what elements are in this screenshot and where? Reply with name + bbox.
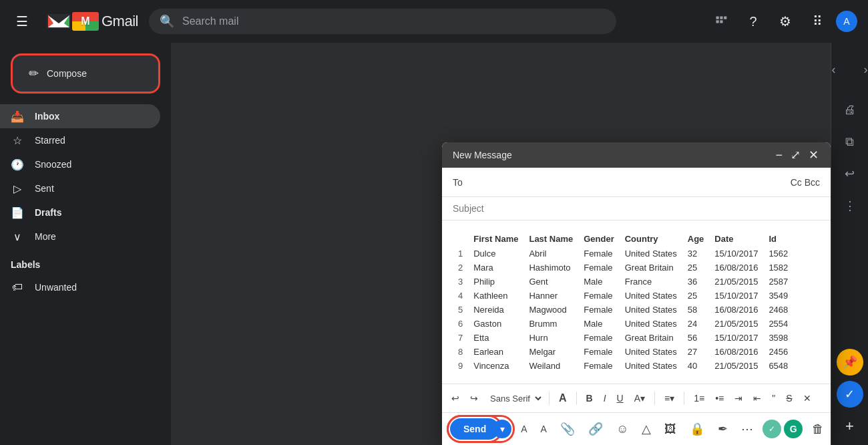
minimize-button[interactable]: − bbox=[774, 148, 784, 162]
font-family-select[interactable]: Sans Serif bbox=[485, 392, 544, 406]
redo-button[interactable]: ↪ bbox=[466, 390, 482, 406]
sidebar-item-inbox[interactable]: 📥 Inbox bbox=[0, 104, 160, 128]
outdent-button[interactable]: ⇤ bbox=[749, 390, 765, 406]
underline-button[interactable]: U bbox=[613, 390, 628, 406]
cell-id: 2587 bbox=[763, 275, 793, 289]
cell-country: United States bbox=[620, 345, 682, 359]
strikethrough-button[interactable]: S bbox=[782, 390, 796, 406]
cell-age: 25 bbox=[682, 261, 710, 275]
cell-last: Magwood bbox=[523, 303, 578, 317]
modal-header: New Message − ⤢ ✕ bbox=[442, 142, 831, 168]
svg-rect-5 bbox=[720, 20, 722, 23]
undo-button[interactable]: ↩ bbox=[447, 390, 463, 406]
reply-icon[interactable]: ↩ bbox=[837, 160, 863, 187]
expand-button[interactable]: ⤢ bbox=[789, 148, 802, 162]
delete-draft-button[interactable]: 🗑 bbox=[808, 420, 828, 439]
to-field: To Cc Bcc bbox=[442, 168, 831, 197]
lock-button[interactable]: 🔒 bbox=[686, 419, 708, 439]
bold-button[interactable]: B bbox=[582, 390, 597, 406]
top-bar: ☰ M Gmail 🔍 bbox=[0, 0, 868, 43]
cell-country: United States bbox=[620, 289, 682, 303]
search-bar[interactable]: 🔍 bbox=[149, 9, 616, 34]
external-icon[interactable]: ⧉ bbox=[837, 128, 863, 155]
forward-icon[interactable]: › bbox=[853, 56, 869, 83]
cell-num: 6 bbox=[453, 317, 468, 331]
to-input[interactable] bbox=[479, 177, 791, 188]
photo-button[interactable]: 🖼 bbox=[660, 420, 680, 439]
email-body[interactable]: First Name Last Name Gender Country Age … bbox=[442, 220, 831, 384]
settings-icon[interactable]: ⚙ bbox=[772, 8, 799, 35]
drive-button[interactable]: △ bbox=[638, 419, 655, 439]
emoji-button[interactable]: ☺ bbox=[612, 420, 632, 439]
remove-format-button[interactable]: ✕ bbox=[799, 390, 815, 406]
add-icon[interactable]: + bbox=[837, 413, 863, 440]
grammarly-g-icon[interactable]: G bbox=[784, 420, 803, 438]
sidebar-item-sent[interactable]: ▷ Sent bbox=[0, 176, 160, 200]
table-row: 5 Nereida Magwood Female United States 5… bbox=[453, 303, 793, 317]
compose-button[interactable]: ✏ Compose bbox=[11, 53, 160, 94]
cell-last: Brumm bbox=[523, 317, 578, 331]
send-button[interactable]: Send bbox=[450, 418, 499, 440]
ordered-list-button[interactable]: 1≡ bbox=[690, 390, 708, 406]
quote-button[interactable]: " bbox=[768, 390, 779, 406]
grid-apps-icon[interactable]: ⠿ bbox=[804, 8, 831, 35]
sidebar-item-more[interactable]: ∨ More bbox=[0, 225, 160, 249]
more-vert-icon[interactable]: ⋮ bbox=[837, 192, 863, 219]
modal-actions: − ⤢ ✕ bbox=[774, 148, 820, 162]
compose-modal-overlay: New Message − ⤢ ✕ To Cc Bcc First N bbox=[442, 142, 831, 445]
grammarly-icons: ✓ G bbox=[763, 420, 803, 438]
snoozed-icon: 🕐 bbox=[11, 158, 24, 171]
cell-id: 3598 bbox=[763, 331, 793, 345]
italic-button[interactable]: I bbox=[600, 390, 610, 406]
cell-num: 1 bbox=[453, 247, 468, 261]
sidebar-item-drafts[interactable]: 📄 Drafts bbox=[0, 200, 160, 225]
sidebar-item-snoozed[interactable]: 🕐 Snoozed bbox=[0, 152, 160, 176]
cell-gender: Female bbox=[578, 331, 620, 345]
cell-age: 56 bbox=[682, 331, 710, 345]
print-icon[interactable]: 🖨 bbox=[837, 96, 863, 123]
gmail-text: Gmail bbox=[101, 13, 138, 30]
sidebar-label-drafts: Drafts bbox=[35, 207, 150, 218]
sidebar: ✏ Compose 📥 Inbox ☆ Starred 🕐 Snoozed ▷ … bbox=[0, 43, 171, 445]
close-button[interactable]: ✕ bbox=[807, 148, 820, 162]
sidebar-item-starred[interactable]: ☆ Starred bbox=[0, 128, 160, 152]
cell-age: 36 bbox=[682, 275, 710, 289]
align-button[interactable]: ≡▾ bbox=[660, 390, 678, 406]
cell-date: 16/08/2016 bbox=[709, 345, 763, 359]
link-button[interactable]: 🔗 bbox=[584, 419, 607, 439]
text-color-button[interactable]: A▾ bbox=[630, 390, 649, 406]
grammarly-check-icon[interactable]: ✓ bbox=[763, 420, 781, 438]
question-icon[interactable]: ? bbox=[740, 8, 767, 35]
unordered-list-button[interactable]: •≡ bbox=[711, 390, 728, 406]
font-size-button[interactable]: A bbox=[555, 390, 571, 407]
signature-button[interactable]: ✒ bbox=[714, 419, 732, 439]
search-input[interactable] bbox=[182, 15, 606, 27]
cell-gender: Female bbox=[578, 359, 620, 373]
cell-last: Abril bbox=[523, 247, 578, 261]
cell-num: 3 bbox=[453, 275, 468, 289]
format-text-button[interactable]: A bbox=[517, 421, 531, 437]
sidebar-label-more: More bbox=[35, 231, 150, 242]
apps-icon[interactable] bbox=[708, 8, 734, 35]
keep-icon[interactable]: 📌 bbox=[837, 349, 863, 376]
col-header-gender: Gender bbox=[578, 231, 620, 247]
sidebar-item-unwanted[interactable]: 🏷 Unwanted bbox=[0, 275, 160, 299]
send-dropdown-button[interactable]: ▾ bbox=[493, 420, 511, 438]
cell-id: 2468 bbox=[763, 303, 793, 317]
attach-button[interactable]: 📎 bbox=[556, 419, 579, 439]
hamburger-menu-icon[interactable]: ☰ bbox=[11, 8, 33, 35]
indent-button[interactable]: ⇥ bbox=[730, 390, 746, 406]
table-row: 4 Kathleen Hanner Female United States 2… bbox=[453, 289, 793, 303]
cell-last: Weiland bbox=[523, 359, 578, 373]
subject-input[interactable] bbox=[453, 203, 820, 214]
sidebar-label-unwanted: Unwanted bbox=[35, 282, 150, 293]
text-color-bottom-button[interactable]: A bbox=[537, 421, 551, 437]
cell-last: Hashimoto bbox=[523, 261, 578, 275]
tasks-icon[interactable]: ✓ bbox=[837, 381, 863, 408]
cc-bcc-button[interactable]: Cc Bcc bbox=[791, 177, 820, 188]
more-options-button[interactable]: ⋯ bbox=[737, 419, 757, 439]
avatar[interactable]: A bbox=[836, 11, 857, 32]
cell-id: 1582 bbox=[763, 261, 793, 275]
cell-age: 40 bbox=[682, 359, 710, 373]
to-label: To bbox=[453, 177, 479, 188]
